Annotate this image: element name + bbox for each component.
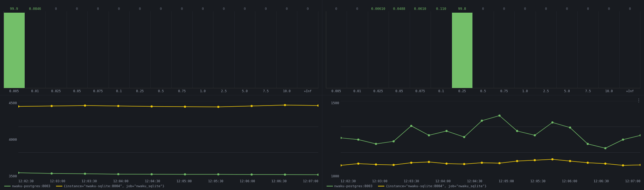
bar-label: 0.005 [326,89,347,93]
series-dot [317,104,318,106]
bar-label: 5.0 [234,89,255,93]
x-axis-label: 12:02:30 [18,179,33,183]
series-dot [604,147,606,149]
x-axis-label: 12:05:00 [499,179,514,183]
x-axis-label: 12:02:30 [341,179,356,183]
y-axis-label: 1000 [331,174,339,178]
bar-label: 0.01 [25,89,46,93]
store-linechart-area: 450040003500 12:02:3012:03:0012:03:3012:… [4,101,318,188]
series-line [341,159,641,165]
series-dot [639,164,640,166]
series-dot [184,106,186,108]
bar-label: 10.0 [599,89,620,93]
bar-value: 0 [535,7,557,11]
bar-col [410,11,431,88]
series-dot [184,173,186,175]
sqlite-bar-labels: 0.0050.010.0250.050.0750.10.250.50.751.0… [4,89,318,93]
series-dot [51,172,53,174]
series-dot [551,158,553,160]
bar-label: 0.05 [67,89,88,93]
bar-col [172,11,193,88]
panel-store-queries: 450040003500 12:02:3012:03:0012:03:3012:… [0,95,322,190]
bar-value: 0 [619,7,640,11]
insert-legend: nwaku-postgres:8003{instance="nwaku-sqli… [326,184,641,188]
series-dot [375,142,377,145]
postgres-bar-values: 000.006100.04880.06100.11099.800000000 [326,5,641,11]
x-axis-label: 12:05:30 [208,179,223,183]
bar-col [67,11,88,88]
x-axis-label: 12:06:00 [240,179,255,183]
bar-value: 0 [557,7,578,11]
bar-label: 0.025 [45,89,67,93]
series-dot [639,134,640,136]
x-axis-label: 12:04:00 [435,179,451,183]
series-line [18,105,318,107]
bar-col [130,11,151,88]
bar-col [151,11,172,88]
bar-label: 0.5 [150,89,172,93]
y-axis-label: 1500 [331,101,339,105]
insert-x-labels: 12:02:3012:03:0012:03:3012:04:0012:04:30… [341,179,641,183]
x-axis-label: 12:07:00 [303,179,318,183]
series-dot [516,130,518,132]
bar-label: 1.0 [192,89,213,93]
chart-svg [18,101,318,178]
bar-value: 0 [347,7,368,11]
series-dot [18,105,19,107]
bar-col [578,11,599,88]
series-dot [375,163,377,165]
series-dot [428,161,430,163]
legend-item: nwaku-postgres:8003 [327,184,373,188]
x-axis-label: 12:07:00 [625,179,640,183]
bar-col [109,11,130,88]
dashboard: 99.90.08460000000000000 0.0050.010.0250.… [0,0,644,190]
bar-col [255,11,277,88]
bar-label: +Inf [297,89,318,93]
bar-label: 0.75 [494,89,515,93]
store-legend: nwaku-postgres:8003{instance="nwaku-sqli… [4,184,318,188]
y-axis-label: 4000 [9,138,17,141]
postgres-bars [326,11,641,88]
series-dot [481,162,483,164]
bar-label: 0.075 [87,89,109,93]
panel-postgres-histogram: 000.006100.04880.06100.11099.800000000 0… [322,0,644,95]
bar-value: 0 [234,7,255,11]
postgres-bar-labels: 0.0050.010.0250.050.0750.10.250.50.751.0… [326,89,641,93]
bar-fill [452,13,473,88]
series-dot [463,163,465,165]
bar-value: 0.0610 [410,7,431,11]
series-dot [587,142,589,145]
bar-value: 0 [472,7,494,11]
bar-value: 0 [129,7,150,11]
bar-label: 5.0 [557,89,578,93]
bar-value: 0 [45,7,67,11]
bar-col [25,11,46,88]
bar-col [88,11,109,88]
bar-col [620,11,641,88]
bar-label: 0.1 [109,89,130,93]
bar-value: 99.8 [452,7,473,11]
bar-value: 0.110 [431,7,452,11]
bar-value: 0 [494,7,515,11]
series-dot [622,138,624,140]
sqlite-bar-values: 99.90.08460000000000000 [4,5,318,11]
sqlite-histogram-area: 99.90.08460000000000000 0.0050.010.0250.… [4,5,318,93]
bar-col [557,11,578,88]
series-dot [392,164,395,166]
bar-label: 1.0 [515,89,536,93]
series-dot [84,172,86,175]
bar-value: 0 [577,7,599,11]
bar-col [46,11,67,88]
postgres-histogram-area: 000.006100.04880.06100.11099.800000000 0… [326,5,641,93]
bar-label: 0.1 [431,89,452,93]
bar-value: 0 [192,7,213,11]
bar-col [347,11,368,88]
bar-col [297,11,318,88]
bar-value: 0 [276,7,297,11]
bar-value: 0 [213,7,235,11]
legend-line-indicator [327,186,333,186]
series-dot [551,121,553,123]
bar-label: 0.75 [172,89,193,93]
bar-label: 2.5 [535,89,557,93]
bar-value: 0 [172,7,193,11]
